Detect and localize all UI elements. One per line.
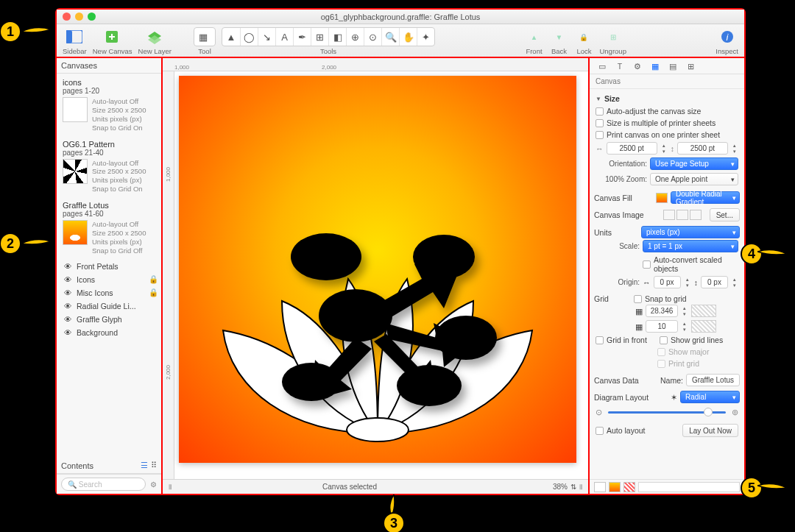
layer-row[interactable]: 👁Graffle Glyph <box>63 313 158 326</box>
stencils-tab-icon[interactable]: ⊞ <box>684 60 697 72</box>
grid-major-icon: ▦ <box>635 307 643 316</box>
tools-segment: ▲ ◯ ↘ A ✒ ⊞ ◧ ⊕ ⊙ 🔍 ✋ ✦ Tools <box>222 27 435 55</box>
auto-convert-checkbox[interactable] <box>643 260 651 269</box>
magnet-tool-icon[interactable]: ⊙ <box>364 28 381 46</box>
ungroup-button[interactable]: ⊞Ungroup <box>599 27 626 55</box>
height-stepper[interactable]: ▴▾ <box>731 143 738 155</box>
auto-layout-checkbox[interactable] <box>596 427 604 435</box>
scroll-right-icon[interactable]: ⦀ <box>579 483 582 492</box>
origin-x-field[interactable]: 0 px <box>654 276 681 288</box>
style-tray[interactable] <box>638 482 740 492</box>
layer-row[interactable]: 👁Radial Guide Li... <box>63 299 158 313</box>
line-tool-icon[interactable]: ↘ <box>258 28 275 46</box>
layout-select[interactable]: Radial <box>680 391 740 403</box>
lock-icon[interactable]: 🔒 <box>148 274 158 285</box>
visibility-icon[interactable]: 👁 <box>63 261 73 272</box>
search-input[interactable]: 🔍 Search <box>61 478 146 491</box>
front-button[interactable]: ▲Front <box>524 27 543 55</box>
stroke-swatch[interactable] <box>623 482 635 492</box>
grid-major-swatch[interactable] <box>691 305 716 317</box>
visibility-icon[interactable]: 👁 <box>63 301 73 311</box>
grid-spacing-field[interactable]: 28.346 <box>646 305 678 317</box>
sidebar-label: Sidebar <box>63 47 87 55</box>
grid-front-checkbox[interactable] <box>596 336 604 344</box>
pen-tool-icon[interactable]: ✒ <box>293 28 311 46</box>
new-canvas-button[interactable]: New Canvas <box>93 27 132 55</box>
print-grid-checkbox[interactable] <box>657 360 665 368</box>
gear-icon[interactable]: ⚙ <box>150 480 157 489</box>
fill-swatch[interactable] <box>656 193 668 203</box>
img-align-icon[interactable] <box>663 210 675 220</box>
one-sheet-checkbox[interactable] <box>596 131 604 139</box>
visibility-icon[interactable]: 👁 <box>63 288 73 298</box>
point-tool-icon[interactable]: ✦ <box>417 28 434 46</box>
zoom-stepper-icon[interactable]: ⇅ <box>570 483 576 491</box>
scale-select[interactable]: 1 pt = 1 px <box>643 240 738 252</box>
style-tool-icon[interactable]: ◧ <box>328 28 346 46</box>
diagram-tool-icon[interactable]: ⊞ <box>311 28 328 46</box>
img-align-icon[interactable] <box>676 210 688 220</box>
layer-row[interactable]: 👁Background <box>63 326 158 339</box>
show-lines-checkbox[interactable] <box>660 336 668 344</box>
selection-tool-icon[interactable]: ▲ <box>222 28 240 46</box>
zoom-icon[interactable] <box>88 13 96 21</box>
canvas-item-selected[interactable]: Graffle Lotus pages 41-60 Auto-layout Of… <box>57 196 161 258</box>
grid-minor-swatch[interactable] <box>691 320 716 333</box>
fill-swatch[interactable] <box>609 482 621 492</box>
artboard[interactable] <box>179 76 576 463</box>
canvas-tab-icon[interactable]: ▦ <box>649 60 662 72</box>
grid-subdiv-field[interactable]: 10 <box>646 320 678 333</box>
lock-button[interactable]: 🔒Lock <box>574 27 593 55</box>
set-image-button[interactable]: Set... <box>710 208 740 221</box>
show-major-checkbox[interactable] <box>657 348 665 356</box>
fill-select[interactable]: Double Radial Gradient <box>671 191 740 204</box>
document-tab-icon[interactable]: ▤ <box>666 60 679 72</box>
height-field[interactable]: 2500 pt <box>677 142 728 155</box>
multiple-sheets-checkbox[interactable] <box>596 119 604 127</box>
hand-tool-icon[interactable]: ✋ <box>399 28 417 46</box>
canvas-viewport[interactable]: 1,000 2,000 <box>163 71 588 479</box>
list-view-icon[interactable]: ⠿ <box>151 461 157 470</box>
zoom-level[interactable]: 38% <box>528 483 568 491</box>
outline-view-icon[interactable]: ☰ <box>141 461 148 470</box>
origin-y-field[interactable]: 0 px <box>701 276 728 288</box>
canvas-item[interactable]: OG6.1 Pattern pages 21-40 Auto-layout Of… <box>57 135 161 197</box>
width-stepper[interactable]: ▴▾ <box>660 143 668 155</box>
units-select[interactable]: pixels (px) <box>641 226 740 238</box>
orientation-select[interactable]: Use Page Setup <box>650 157 738 170</box>
object-tab-icon[interactable]: ▭ <box>596 60 609 72</box>
zoom-tool-icon[interactable]: 🔍 <box>381 28 399 46</box>
search-icon: 🔍 <box>68 480 77 489</box>
auto-adjust-checkbox[interactable] <box>596 107 604 116</box>
visibility-icon[interactable]: 👁 <box>63 274 73 285</box>
zoom-select[interactable]: One Apple point <box>650 173 738 185</box>
sidebar-button[interactable]: Sidebar <box>63 27 87 55</box>
img-align-icon[interactable] <box>690 210 702 220</box>
layer-row[interactable]: 👁Misc Icons🔒 <box>63 286 158 299</box>
minimize-icon[interactable] <box>75 13 83 21</box>
style-swatch[interactable] <box>594 482 606 492</box>
layer-row[interactable]: 👁Icons🔒 <box>63 273 158 286</box>
tool-selector[interactable]: ▦ <box>194 28 212 46</box>
type-tab-icon[interactable]: T <box>613 60 626 72</box>
lay-out-now-button[interactable]: Lay Out Now <box>682 424 738 437</box>
ruler-horizontal: 1,000 2,000 <box>163 58 588 71</box>
close-icon[interactable] <box>63 13 71 21</box>
properties-tab-icon[interactable]: ⚙ <box>631 60 644 72</box>
back-button[interactable]: ▼Back <box>549 27 568 55</box>
lock-icon[interactable]: 🔒 <box>148 288 158 298</box>
layer-row[interactable]: 👁Front Petals <box>63 260 158 273</box>
width-field[interactable]: 2500 pt <box>607 142 657 155</box>
snap-grid-checkbox[interactable] <box>634 295 642 303</box>
spacing-slider[interactable] <box>608 411 726 414</box>
text-tool-icon[interactable]: A <box>275 28 293 46</box>
visibility-icon[interactable]: 👁 <box>63 327 73 338</box>
canvas-name-field[interactable]: Graffle Lotus <box>686 374 740 386</box>
canvas-item[interactable]: icons pages 1-20 Auto-layout OffSize 250… <box>57 74 161 135</box>
layout-icon: ✶ <box>671 393 677 402</box>
shape-tool-icon[interactable]: ◯ <box>240 28 258 46</box>
inspect-button[interactable]: iInspect <box>716 27 738 55</box>
visibility-icon[interactable]: 👁 <box>63 314 73 324</box>
new-layer-button[interactable]: New Layer <box>138 27 172 55</box>
stamp-tool-icon[interactable]: ⊕ <box>346 28 364 46</box>
